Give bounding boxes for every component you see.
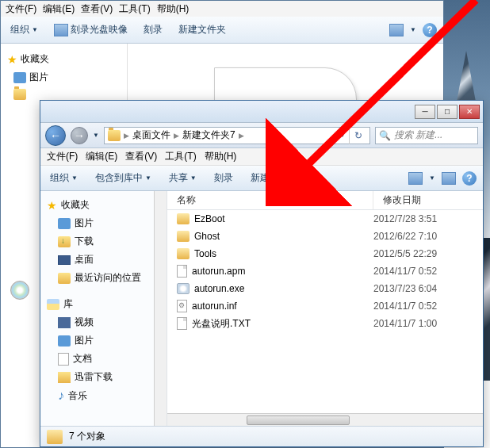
tree-thunder[interactable]: 迅雷下载 — [44, 368, 163, 386]
tree-favorites[interactable]: ★收藏夹 — [44, 196, 163, 214]
minimize-button[interactable]: ─ — [415, 105, 435, 119]
column-headers: 名称 修改日期 — [167, 191, 483, 210]
file-date: 2014/11/7 0:52 — [373, 301, 437, 312]
burn-image-button[interactable]: 刻录光盘映像 — [51, 21, 131, 38]
file-name: EzBoot — [194, 213, 225, 224]
refresh-button[interactable]: ↻ — [349, 127, 366, 144]
search-input[interactable]: 🔍 搜索 新建... — [375, 127, 478, 144]
nav-forward-button[interactable]: → — [71, 127, 88, 144]
scrollbar-thumb[interactable] — [247, 415, 350, 425]
file-content-area: 名称 修改日期 EzBoot2012/7/28 3:51Ghost2012/6/… — [167, 191, 483, 426]
menu-bar: 文件(F) 编辑(E) 查看(V) 工具(T) 帮助(H) — [40, 148, 483, 166]
nav-back-button[interactable]: ← — [45, 125, 66, 146]
tree-music[interactable]: ♪音乐 — [44, 386, 163, 405]
title-bar[interactable]: ─ □ ✕ — [40, 101, 483, 123]
view-mode-icon[interactable] — [408, 172, 423, 185]
menu-view[interactable]: 查看(V) — [125, 150, 157, 163]
star-icon: ★ — [47, 199, 57, 212]
toolbar: 组织▼ 包含到库中▼ 共享▼ 刻录 新建文件夹 ▼ ? — [40, 166, 483, 191]
tree-pictures[interactable]: 图片 — [7, 68, 121, 86]
tree-favorites[interactable]: ★收藏夹 — [7, 50, 121, 68]
share-button[interactable]: 共享▼ — [166, 170, 200, 186]
file-date: 2012/6/22 7:10 — [373, 231, 437, 242]
menu-tools[interactable]: 工具(T) — [119, 2, 150, 15]
menu-edit[interactable]: 编辑(E) — [86, 150, 117, 163]
pictures-icon — [13, 72, 26, 83]
file-date: 2013/7/23 6:04 — [373, 283, 437, 294]
file-date: 2012/7/28 3:51 — [373, 213, 437, 224]
tree-desktop[interactable]: 桌面 — [44, 251, 163, 269]
disc-icon — [54, 24, 68, 36]
tree-documents[interactable]: 文档 — [44, 350, 163, 368]
tree-pictures[interactable]: 图片 — [44, 214, 163, 232]
file-type-icon — [177, 248, 189, 259]
new-folder-button[interactable]: 新建文件夹 — [247, 170, 301, 186]
nav-tree: ★收藏夹 图片 下载 桌面 最近访问的位置 库 视频 图片 文档 迅雷下载 ♪音… — [40, 191, 167, 426]
breadcrumb-sep: ▶ — [239, 132, 244, 140]
menu-view[interactable]: 查看(V) — [81, 2, 113, 15]
menu-tools[interactable]: 工具(T) — [165, 150, 196, 163]
search-placeholder: 搜索 新建... — [394, 128, 442, 142]
file-row[interactable]: autorun.apm2014/11/7 0:52 — [167, 262, 483, 280]
desktop-icon — [58, 255, 71, 265]
file-type-icon — [177, 265, 187, 278]
tree-downloads[interactable]: 下载 — [44, 232, 163, 251]
desktop-cd-icon-area — [0, 274, 40, 306]
breadcrumb-dropdown[interactable]: ▼ — [339, 132, 346, 139]
pictures-icon — [58, 335, 71, 347]
breadcrumb[interactable]: ▶ 桌面文件 ▶ 新建文件夹7 ▶ ▼ ↻ — [104, 127, 370, 144]
close-button[interactable]: ✕ — [459, 105, 480, 119]
file-name: Ghost — [194, 231, 220, 242]
column-date[interactable]: 修改日期 — [373, 193, 483, 207]
file-row[interactable]: EzBoot2012/7/28 3:51 — [167, 210, 483, 228]
breadcrumb-sep: ▶ — [124, 132, 129, 140]
search-icon: 🔍 — [379, 130, 391, 141]
tree-pictures-lib[interactable]: 图片 — [44, 331, 163, 350]
status-count: 7 个对象 — [69, 430, 105, 443]
file-type-icon — [177, 283, 189, 294]
file-row[interactable]: autorun.exe2013/7/23 6:04 — [167, 280, 483, 297]
toolbar-back: 组织▼ 刻录光盘映像 刻录 新建文件夹 ▼ ? — [1, 17, 443, 44]
menu-file[interactable]: 文件(F) — [47, 150, 78, 163]
tree-scrollbar[interactable] — [154, 191, 167, 426]
file-row[interactable]: Tools2012/5/5 22:29 — [167, 245, 483, 262]
help-icon[interactable]: ? — [423, 23, 437, 37]
burn-button[interactable]: 刻录 — [140, 21, 166, 38]
file-type-icon — [177, 231, 189, 242]
file-row[interactable]: Ghost2012/6/22 7:10 — [167, 228, 483, 245]
burn-button[interactable]: 刻录 — [211, 170, 236, 186]
help-icon[interactable]: ? — [462, 171, 477, 186]
status-bar: 7 个对象 — [40, 426, 483, 446]
file-date: 2012/5/5 22:29 — [373, 248, 437, 259]
folder-icon — [13, 89, 26, 100]
cd-icon[interactable] — [10, 281, 29, 300]
include-library-button[interactable]: 包含到库中▼ — [92, 170, 155, 186]
breadcrumb-item[interactable]: 桌面文件 — [132, 128, 170, 142]
nav-history-dropdown[interactable]: ▼ — [93, 132, 99, 139]
menu-help[interactable]: 帮助(H) — [205, 150, 237, 163]
menu-file[interactable]: 文件(F) — [6, 2, 36, 15]
breadcrumb-item[interactable]: 新建文件夹7 — [182, 128, 235, 142]
folder-icon — [108, 130, 121, 141]
file-row[interactable]: autorun.inf2014/11/7 0:52 — [167, 297, 483, 315]
file-name: autorun.exe — [194, 283, 244, 294]
menu-edit[interactable]: 编辑(E) — [43, 2, 75, 15]
maximize-button[interactable]: □ — [437, 105, 457, 119]
breadcrumb-sep: ▶ — [174, 132, 179, 140]
new-folder-button[interactable]: 新建文件夹 — [175, 21, 229, 38]
menu-help[interactable]: 帮助(H) — [157, 2, 189, 15]
file-row[interactable]: 光盘说明.TXT2014/11/7 1:00 — [167, 315, 483, 332]
folder-icon — [47, 430, 63, 444]
column-name[interactable]: 名称 — [167, 191, 373, 209]
file-name: autorun.apm — [192, 266, 245, 277]
video-icon — [58, 317, 71, 328]
tree-library[interactable]: 库 — [44, 295, 163, 313]
tree-videos[interactable]: 视频 — [44, 313, 163, 331]
preview-pane-icon[interactable] — [442, 172, 456, 185]
organize-button[interactable]: 组织▼ — [7, 21, 41, 38]
menu-bar-back: 文件(F) 编辑(E) 查看(V) 工具(T) 帮助(H) — [1, 1, 443, 17]
horizontal-scrollbar[interactable] — [167, 413, 483, 426]
tree-recent[interactable]: 最近访问的位置 — [44, 269, 163, 287]
organize-button[interactable]: 组织▼ — [47, 170, 81, 186]
view-mode-icon[interactable] — [389, 24, 404, 36]
